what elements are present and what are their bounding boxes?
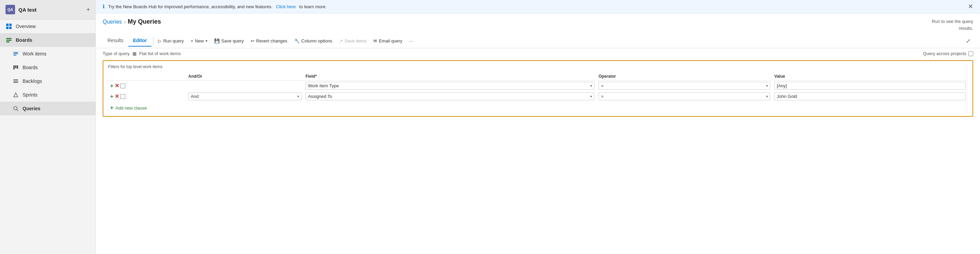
banner-link[interactable]: Click here bbox=[276, 4, 296, 9]
svg-rect-2 bbox=[6, 27, 8, 29]
sidebar-item-work-items-label: Work items bbox=[22, 51, 46, 56]
sprints-icon bbox=[12, 91, 19, 98]
new-icon: + bbox=[191, 38, 193, 43]
add-clause-label: Add new clause bbox=[115, 105, 147, 110]
content-header: Queries › My Queries Run to see the quer… bbox=[96, 13, 980, 34]
info-icon: ℹ bbox=[103, 3, 105, 10]
sidebar-item-work-items[interactable]: Work items bbox=[0, 47, 95, 61]
sidebar-item-boards[interactable]: Boards bbox=[0, 61, 95, 74]
tab-editor[interactable]: Editor bbox=[128, 35, 151, 46]
breadcrumb-parent[interactable]: Queries bbox=[103, 19, 122, 25]
add-project-button[interactable]: + bbox=[86, 6, 90, 13]
run-hint: Run to see the query results. bbox=[918, 18, 973, 32]
save-items-icon: ↗ bbox=[339, 38, 343, 43]
column-options-icon: 🔧 bbox=[294, 38, 300, 43]
row2-operator-select[interactable]: = ▾ bbox=[598, 93, 770, 100]
main-content: ℹ Try the New Boards Hub for improved pe… bbox=[96, 0, 980, 254]
email-query-icon: ✉ bbox=[373, 38, 377, 43]
sidebar-item-overview-label: Overview bbox=[16, 24, 36, 29]
revert-changes-button[interactable]: ↩ Revert changes bbox=[247, 36, 291, 46]
col-actions bbox=[108, 73, 186, 80]
save-query-button[interactable]: 💾 Save query bbox=[211, 36, 247, 46]
svg-rect-13 bbox=[13, 80, 18, 80]
svg-rect-5 bbox=[6, 40, 12, 41]
tab-results[interactable]: Results bbox=[103, 35, 128, 46]
banner-close-button[interactable]: ✕ bbox=[968, 3, 973, 10]
email-query-button[interactable]: ✉ Email query bbox=[370, 36, 406, 46]
svg-rect-4 bbox=[6, 38, 12, 39]
sidebar-item-backlogs-label: Backlogs bbox=[22, 78, 42, 84]
row1-operator-select[interactable]: = ▾ bbox=[598, 82, 770, 90]
svg-rect-6 bbox=[6, 42, 10, 42]
row1-remove-button[interactable]: ✕ bbox=[115, 83, 119, 89]
row2-field-select[interactable]: Assigned To ▾ bbox=[305, 93, 594, 100]
col-value: Value bbox=[772, 73, 968, 80]
run-query-icon: ▷ bbox=[158, 38, 162, 43]
save-query-label: Save query bbox=[221, 38, 244, 43]
row2-value-text: John Gold bbox=[777, 94, 797, 99]
sidebar-item-boards-parent[interactable]: Boards bbox=[0, 33, 95, 47]
info-banner: ℹ Try the New Boards Hub for improved pe… bbox=[96, 0, 980, 13]
row2-and-or-select[interactable]: And ▾ bbox=[188, 93, 301, 100]
svg-rect-15 bbox=[13, 82, 18, 83]
row2-checkbox[interactable] bbox=[121, 94, 125, 99]
overview-icon bbox=[5, 23, 12, 30]
svg-point-17 bbox=[14, 107, 17, 110]
svg-rect-9 bbox=[13, 55, 16, 56]
row1-field-select[interactable]: Work Item Type ▾ bbox=[305, 82, 594, 90]
row2-actions: + ✕ bbox=[110, 94, 184, 99]
tab-divider bbox=[153, 37, 153, 45]
sidebar-item-backlogs[interactable]: Backlogs bbox=[0, 74, 95, 88]
col-and-or: And/Or bbox=[186, 73, 304, 80]
svg-rect-14 bbox=[13, 81, 18, 81]
row1-field-chevron: ▾ bbox=[590, 84, 592, 88]
row2-operator-value: = bbox=[601, 94, 604, 99]
row1-checkbox[interactable] bbox=[121, 83, 125, 88]
banner-text: Try the New Boards Hub for improved perf… bbox=[108, 4, 273, 9]
filter-row-1: + ✕ Work Item Type ▾ = bbox=[108, 80, 968, 91]
sidebar-item-queries[interactable]: Queries bbox=[0, 102, 95, 115]
row1-operator-chevron: ▾ bbox=[766, 84, 768, 88]
new-chevron-icon: ▾ bbox=[206, 39, 207, 43]
sidebar-item-sprints[interactable]: Sprints bbox=[0, 88, 95, 102]
row1-add-button[interactable]: + bbox=[110, 83, 113, 89]
svg-rect-1 bbox=[9, 24, 12, 26]
svg-rect-3 bbox=[9, 27, 12, 29]
run-query-button[interactable]: ▷ Run query bbox=[155, 36, 187, 46]
sidebar-item-overview[interactable]: Overview bbox=[0, 19, 95, 33]
row2-add-button[interactable]: + bbox=[110, 94, 113, 99]
save-items-button[interactable]: ↗ Save items bbox=[336, 36, 370, 46]
add-clause-button[interactable]: + Add new clause bbox=[108, 104, 968, 111]
toolbar: Results Editor ▷ Run query + New ▾ 💾 Sav… bbox=[96, 34, 980, 48]
email-query-label: Email query bbox=[379, 38, 402, 43]
svg-rect-0 bbox=[6, 24, 8, 26]
row2-value-select[interactable]: John Gold bbox=[774, 93, 966, 100]
breadcrumb-separator: › bbox=[124, 19, 126, 25]
boards-parent-icon bbox=[5, 37, 12, 43]
save-query-icon: 💾 bbox=[214, 38, 220, 43]
query-type-left: Type of query ▦ Flat list of work items bbox=[103, 51, 181, 56]
sidebar-item-sprints-label: Sprints bbox=[22, 92, 38, 97]
expand-button[interactable]: ⤢ bbox=[963, 36, 973, 46]
row1-value-select[interactable]: [Any] bbox=[774, 82, 966, 90]
filter-row-2: + ✕ And ▾ Assigned To bbox=[108, 91, 968, 102]
workitems-icon bbox=[12, 50, 19, 57]
row2-remove-button[interactable]: ✕ bbox=[115, 94, 119, 99]
column-options-label: Column options bbox=[301, 38, 332, 43]
more-button[interactable]: ··· bbox=[406, 36, 417, 46]
add-clause-plus-icon: + bbox=[110, 105, 113, 110]
query-across-checkbox[interactable] bbox=[968, 51, 973, 56]
row2-and-or-value: And bbox=[191, 94, 199, 99]
row2-operator-chevron: ▾ bbox=[766, 94, 768, 98]
breadcrumb: Queries › My Queries bbox=[103, 18, 161, 26]
query-type-value: Flat list of work items bbox=[139, 51, 181, 56]
new-button[interactable]: + New ▾ bbox=[187, 36, 211, 46]
run-query-label: Run query bbox=[163, 38, 184, 43]
row1-operator-value: = bbox=[601, 83, 604, 88]
revert-changes-label: Revert changes bbox=[256, 38, 288, 43]
row1-actions: + ✕ bbox=[110, 83, 184, 89]
query-across-label: Query across projects bbox=[923, 51, 966, 56]
revert-icon: ↩ bbox=[251, 38, 255, 43]
column-options-button[interactable]: 🔧 Column options bbox=[291, 36, 336, 46]
boards2-icon bbox=[12, 64, 19, 71]
